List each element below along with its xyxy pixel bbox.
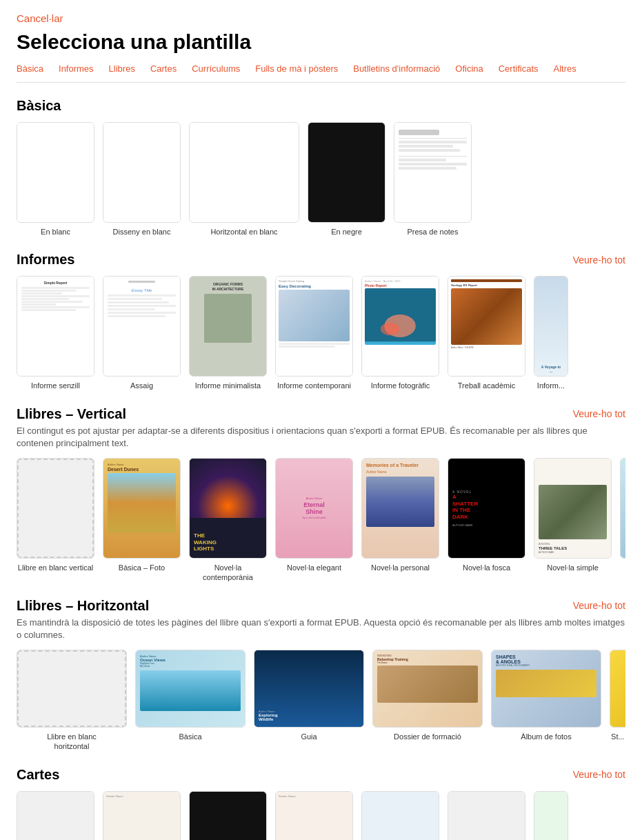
template-inform-extra-thumb: A Voyage to... — [534, 276, 568, 377]
cartes-templates-row: Sender Name Sender Name — [17, 791, 625, 840]
template-card-2[interactable]: Sender Name — [103, 791, 181, 840]
template-card-4[interactable]: Sender Name — [275, 791, 353, 840]
template-novella-extra[interactable]: No... — [620, 458, 625, 583]
section-cartes: Cartes Veure-ho tot Sender Name — [17, 767, 625, 840]
cancel-button[interactable]: Cancel·lar — [17, 12, 63, 24]
template-presa-de-notes[interactable]: Presa de notes — [394, 122, 472, 237]
template-card-6[interactable] — [448, 791, 525, 840]
template-novella-contemporania-label: Novel·la contemporània — [190, 563, 266, 583]
template-album-label: Àlbum de fotos — [521, 732, 571, 741]
template-en-blanc[interactable]: En blanc — [17, 122, 94, 237]
template-novella-personal[interactable]: Memories of a Traveler Author Name Novel… — [361, 458, 439, 583]
section-basic: Bàsica En blanc Disseny en blanc — [17, 98, 625, 237]
template-novella-simple[interactable]: A NOVEL THREE TALES AUTHOR NAME Novel·la… — [534, 458, 612, 583]
template-horitzontal-en-blanc[interactable]: Horitzontal en blanc — [189, 122, 299, 237]
template-informe-contemporani-label: Informe contemporani — [277, 381, 351, 390]
template-informe-contemporani[interactable]: Simple Home Styling Easy Decorating Info… — [275, 276, 353, 390]
page-title: Selecciona una plantilla — [17, 30, 625, 54]
template-en-negre-thumb — [308, 122, 385, 223]
template-informe-fotografic[interactable]: Author Name · April 04, 2020 Photo Repor… — [361, 276, 439, 390]
template-presa-de-notes-label: Presa de notes — [408, 227, 459, 237]
tab-certificats[interactable]: Certificats — [499, 62, 539, 75]
template-card-3[interactable] — [189, 791, 267, 840]
template-card-1[interactable] — [17, 791, 94, 840]
template-card-7-thumb — [534, 791, 568, 840]
template-card-3-thumb — [189, 791, 267, 840]
section-llibres-horitzontal-header: Llibres – Horitzontal Veure-ho tot — [17, 598, 625, 614]
template-basic-foto-label: Bàsica – Foto — [119, 563, 165, 572]
tab-fulls[interactable]: Fulls de mà i pòsters — [255, 62, 338, 75]
template-horitzontal-en-blanc-thumb — [189, 122, 299, 223]
template-informe-minimalista[interactable]: ORGANIC FORMSIN ARCHITECTURE Informe min… — [189, 276, 267, 390]
template-card-2-thumb: Sender Name — [103, 791, 181, 840]
section-llibres-horitzontal-desc: Es mantindrà la disposició de totes les … — [17, 617, 625, 641]
template-novella-fosca-thumb: A NOVEL ASHATTERIN THEDARK AUTHOR NAME — [448, 458, 525, 559]
tab-curriculums[interactable]: Currículums — [192, 62, 240, 75]
template-card-5[interactable] — [361, 791, 439, 840]
template-novella-fosca[interactable]: A NOVEL ASHATTERIN THEDARK AUTHOR NAME N… — [448, 458, 525, 583]
template-basic-h[interactable]: Author Name Ocean Views Highlights FromM… — [135, 650, 245, 752]
template-assaig-thumb: Essay Title — [103, 276, 181, 377]
template-guia-label: Guia — [301, 732, 317, 741]
tab-butlletins[interactable]: Butlletins d'informació — [353, 62, 440, 75]
template-llibre-blanc-vertical[interactable]: Llibre en blanc vertical — [17, 458, 94, 583]
template-card-6-thumb — [448, 791, 525, 840]
template-disseny-en-blanc-label: Disseny en blanc — [113, 227, 171, 237]
tab-basic[interactable]: Bàsica — [17, 62, 43, 75]
template-informe-senzill[interactable]: Simple Report Informe senzill — [17, 276, 94, 390]
template-horitzontal-en-blanc-label: Horitzontal en blanc — [210, 227, 277, 237]
tab-llibres[interactable]: Llibres — [109, 62, 135, 75]
llibres-vertical-templates-row: Llibre en blanc vertical Author Name Des… — [17, 458, 625, 583]
template-disseny-en-blanc[interactable]: Disseny en blanc — [103, 122, 181, 237]
template-guia[interactable]: Author Name ExploringWildlife Guia — [254, 650, 364, 752]
tab-cartes[interactable]: Cartes — [150, 62, 177, 75]
template-informe-fotografic-thumb: Author Name · April 04, 2020 Photo Repor… — [361, 276, 439, 377]
template-novella-contemporania[interactable]: THEWAKINGLIGHTS Novel·la contemporània — [189, 458, 267, 583]
template-novella-fosca-label: Novel·la fosca — [463, 563, 510, 572]
template-dossier-thumb: SIGN EDITION Bakeshop Training The Basic… — [372, 650, 483, 728]
template-strava[interactable]: St... Ra... — [610, 650, 625, 752]
informes-templates-row: Simple Report Informe senzill — [17, 276, 625, 390]
template-novella-simple-thumb: A NOVEL THREE TALES AUTHOR NAME — [534, 458, 612, 559]
template-novella-personal-label: Novel·la personal — [371, 563, 430, 572]
template-guia-thumb: Author Name ExploringWildlife — [254, 650, 364, 728]
template-novella-simple-label: Novel·la simple — [547, 563, 599, 572]
template-card-7[interactable] — [534, 791, 568, 840]
template-novella-contemporania-thumb: THEWAKINGLIGHTS — [189, 458, 267, 559]
template-dossier[interactable]: SIGN EDITION Bakeshop Training The Basic… — [372, 650, 483, 752]
template-inform-extra-label: Inform... — [537, 381, 565, 390]
section-llibres-vertical-title: Llibres – Vertical — [17, 406, 126, 422]
llibres-horitzontal-see-all[interactable]: Veure-ho tot — [573, 600, 625, 611]
template-informe-minimalista-label: Informe minimalista — [195, 381, 261, 390]
section-informes-title: Informes — [17, 252, 74, 268]
tab-altres[interactable]: Altres — [554, 62, 576, 75]
template-treball-academic[interactable]: Geology 101 Report Author Name · Fall 20… — [448, 276, 525, 390]
tab-informes[interactable]: Informes — [59, 62, 94, 75]
template-informe-minimalista-thumb: ORGANIC FORMSIN ARCHITECTURE — [189, 276, 267, 377]
informes-see-all[interactable]: Veure-ho tot — [573, 254, 625, 266]
section-informes-header: Informes Veure-ho tot — [17, 252, 625, 268]
section-informes: Informes Veure-ho tot Simple Report — [17, 252, 625, 390]
tab-oficina[interactable]: Oficina — [455, 62, 483, 75]
template-album[interactable]: SHAPES& ANGLES ARCHITECTURAL PHOTOGRAPHY… — [491, 650, 601, 752]
template-strava-label: St... Ra... — [611, 732, 625, 741]
template-en-blanc-thumb — [17, 122, 94, 223]
template-novella-extra-thumb — [620, 458, 625, 559]
section-llibres-horitzontal-title: Llibres – Horitzontal — [17, 598, 149, 614]
template-basic-foto-thumb: Author Name Desert Dunes — [103, 458, 181, 559]
nav-tabs: Bàsica Informes Llibres Cartes Currículu… — [17, 62, 625, 83]
template-basic-foto[interactable]: Author Name Desert Dunes Bàsica – Foto — [103, 458, 181, 583]
template-assaig[interactable]: Essay Title Assaig — [103, 276, 181, 390]
template-inform-extra[interactable]: A Voyage to... Inform... — [534, 276, 568, 390]
cartes-see-all[interactable]: Veure-ho tot — [573, 769, 625, 780]
section-cartes-title: Cartes — [17, 767, 59, 783]
section-cartes-header: Cartes Veure-ho tot — [17, 767, 625, 783]
template-llibre-blanc-vertical-label: Llibre en blanc vertical — [18, 563, 93, 572]
template-llibre-blanc-horitzontal[interactable]: Llibre en blanc horitzontal — [17, 650, 127, 752]
section-basic-header: Bàsica — [17, 98, 625, 114]
template-novella-elegant[interactable]: Author Name EternalShine Tap or click to… — [275, 458, 353, 583]
template-assaig-label: Assaig — [130, 381, 153, 390]
llibres-vertical-see-all[interactable]: Veure-ho tot — [573, 408, 625, 419]
template-llibre-blanc-horitzontal-thumb — [17, 650, 127, 728]
template-en-negre[interactable]: En negre — [308, 122, 385, 237]
